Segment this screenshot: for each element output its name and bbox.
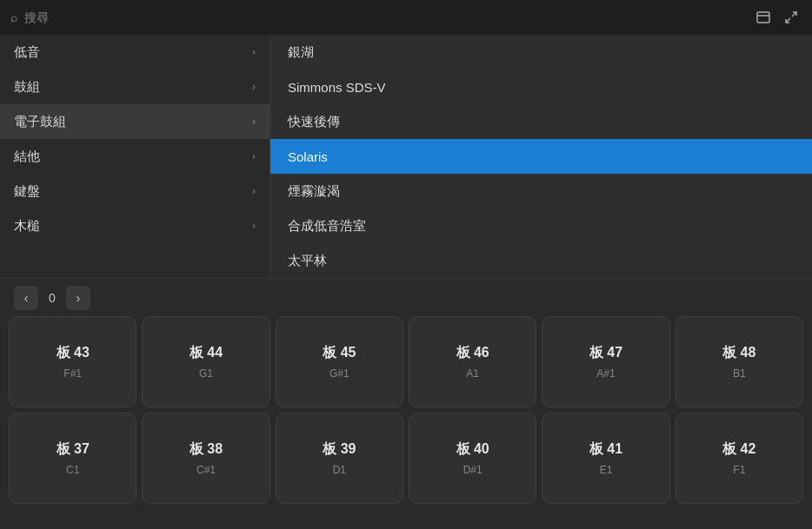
chevron-icon-bass: › <box>252 46 256 58</box>
sidebar-label-guitar: 結他 <box>14 149 40 165</box>
next-page-button[interactable]: › <box>66 286 90 310</box>
submenu-item-fastback[interactable]: 快速後傳 <box>270 104 812 139</box>
sidebar-item-drums[interactable]: 鼓組 › <box>0 69 270 104</box>
submenu-item-yinhu[interactable]: 銀湖 <box>270 35 812 69</box>
pad-45[interactable]: 板 45 G#1 <box>276 316 403 407</box>
chevron-icon-edrum: › <box>252 116 256 128</box>
pad-40[interactable]: 板 40 D#1 <box>409 413 536 504</box>
pad-44[interactable]: 板 44 G1 <box>142 316 270 407</box>
submenu-panel: 銀湖 Simmons SDS-V 快速後傳 Solaris 煙霧漩渴 合成低音浩… <box>270 35 812 278</box>
sidebar-label-edrum: 電子鼓組 <box>14 114 66 130</box>
submenu-item-synth[interactable]: 合成低音浩室 <box>270 208 812 243</box>
pad-38[interactable]: 板 38 C#1 <box>142 413 270 504</box>
shrink-icon[interactable] <box>781 7 802 28</box>
sidebar-item-guitar[interactable]: 結他 › <box>0 139 270 174</box>
sidebar-label-bass: 低音 <box>14 44 40 61</box>
submenu-item-solaris[interactable]: Solaris <box>270 139 812 174</box>
svg-rect-0 <box>757 12 769 23</box>
pad-47[interactable]: 板 47 A#1 <box>542 316 669 407</box>
prev-page-button[interactable]: ‹ <box>14 286 38 310</box>
pad-46[interactable]: 板 46 A1 <box>409 316 536 407</box>
window-icon[interactable] <box>753 7 774 28</box>
search-actions <box>753 7 802 28</box>
chevron-icon-drums: › <box>252 81 256 93</box>
sidebar-label-keyboard: 鍵盤 <box>14 183 40 200</box>
submenu-item-fogwhirl[interactable]: 煙霧漩渴 <box>270 174 812 208</box>
pad-row-2: 板 37 C1 板 38 C#1 板 39 D1 板 40 D#1 板 41 E… <box>9 413 803 504</box>
pad-41[interactable]: 板 41 E1 <box>542 413 669 504</box>
submenu-item-simmons[interactable]: Simmons SDS-V <box>270 69 812 104</box>
pad-grid: 板 43 F#1 板 44 G1 板 45 G#1 板 46 A1 板 47 A… <box>0 316 812 512</box>
chevron-icon-mallet: › <box>252 220 256 232</box>
sidebar-item-mallet[interactable]: 木槌 › <box>0 208 270 243</box>
sidebar-item-keyboard[interactable]: 鍵盤 › <box>0 174 270 208</box>
category-sidebar: 低音 › 鼓組 › 電子鼓組 › 結他 › 鍵盤 › 木槌 › <box>0 35 270 278</box>
pad-43[interactable]: 板 43 F#1 <box>9 316 136 407</box>
page-number: 0 <box>49 291 56 305</box>
sidebar-label-drums: 鼓組 <box>14 79 40 96</box>
search-icon: ⌕ <box>10 10 17 24</box>
search-input[interactable] <box>24 10 746 24</box>
search-bar: ⌕ <box>0 0 812 35</box>
chevron-icon-keyboard: › <box>252 185 256 197</box>
chevron-icon-guitar: › <box>252 150 256 162</box>
main-area: 低音 › 鼓組 › 電子鼓組 › 結他 › 鍵盤 › 木槌 › 銀湖 Simmo… <box>0 35 812 278</box>
pad-row-1: 板 43 F#1 板 44 G1 板 45 G#1 板 46 A1 板 47 A… <box>9 316 803 407</box>
sidebar-label-mallet: 木槌 <box>14 218 40 235</box>
pad-37[interactable]: 板 37 C1 <box>9 413 136 504</box>
sidebar-item-bass[interactable]: 低音 › <box>0 35 270 69</box>
sidebar-item-edrum[interactable]: 電子鼓組 › <box>0 104 270 139</box>
pad-42[interactable]: 板 42 F1 <box>676 413 803 504</box>
pagination-bar: ‹ 0 › <box>0 278 812 316</box>
pad-48[interactable]: 板 48 B1 <box>676 316 803 407</box>
pad-39[interactable]: 板 39 D1 <box>276 413 403 504</box>
submenu-item-more[interactable]: 太平林 <box>270 243 812 278</box>
